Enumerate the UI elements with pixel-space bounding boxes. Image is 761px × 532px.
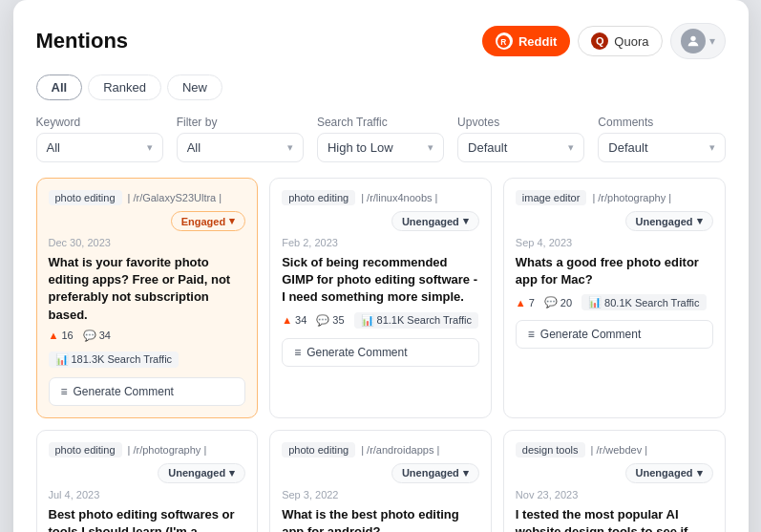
card-meta: photo editing | /r/GalaxyS23Ultra | Enga… [49,190,246,231]
subreddit-label: | /r/GalaxyS23Ultra | [128,192,222,203]
quora-button[interactable]: Q Quora [578,26,662,56]
card-date: Jul 4, 2023 [49,489,246,500]
tag-label: design tools [516,442,585,458]
card-date: Nov 23, 2023 [516,489,713,500]
subreddit-label: | /r/linux4noobs | [361,192,437,203]
svg-point-2 [690,36,695,41]
lines-icon: ≡ [61,385,68,398]
engagement-badge[interactable]: Unengaged ▾ [625,463,713,483]
chevron-down-icon: ▾ [463,467,469,479]
chevron-down-icon: ▾ [229,467,235,479]
chevron-down-icon: ▾ [709,141,715,154]
upvote-stat: ▲ 16 [49,330,74,341]
filter-keyword: Keyword All ▾ [36,116,163,162]
filter-comments: Comments Default ▾ [598,116,725,162]
card-meta: photo editing | /r/photography | Unengag… [49,442,246,483]
tab-all[interactable]: All [36,74,83,100]
card-title: Whats a good free photo editor app for M… [516,254,713,288]
upvotes-select[interactable]: Default ▾ [457,133,584,162]
tag-label: photo editing [49,190,122,205]
comment-stat: 💬 20 [544,296,572,309]
comment-stat: 💬 35 [316,314,344,327]
subreddit-label: | /r/webdev | [591,444,648,456]
card-meta: photo editing | /r/linux4noobs | Unengag… [282,190,479,231]
mention-card: photo editing | /r/androidapps | Unengag… [269,430,492,532]
chevron-down-icon: ▾ [287,141,293,154]
svg-text:R: R [501,36,507,46]
filters-row: Keyword All ▾ Filter by All ▾ Search Tra… [36,116,726,162]
card-title: I tested the most popular AI website des… [516,506,713,532]
card-date: Sep 3, 2022 [282,489,479,500]
tab-ranked[interactable]: Ranked [88,74,161,100]
reddit-button[interactable]: R Reddit [482,26,570,56]
lines-icon: ≡ [528,328,535,341]
generate-comment-button[interactable]: ≡ Generate Comment [282,338,479,367]
engagement-badge[interactable]: Unengaged ▾ [391,463,479,483]
generate-comment-button[interactable]: ≡ Generate Comment [49,377,246,406]
filter-filterby: Filter by All ▾ [177,116,304,162]
comment-stat: 💬 34 [83,330,111,342]
chevron-down-icon: ▾ [147,141,153,154]
card-title: What is your favorite photo editing apps… [49,254,246,324]
card-meta: image editor | /r/photography | Unengage… [516,190,713,231]
engagement-badge[interactable]: Unengaged ▾ [391,211,479,231]
comments-select[interactable]: Default ▾ [598,133,725,162]
upvote-stat: ▲ 7 [516,297,535,309]
main-window: Mentions R Reddit Q Quora ▾ All Ranked N [13,0,749,532]
tag-label: photo editing [282,190,355,205]
card-stats: ▲ 7 💬 20 📊 80.1K Search Traffic [516,294,713,310]
tag-label: image editor [516,190,587,205]
header: Mentions R Reddit Q Quora ▾ [36,23,726,59]
engagement-badge[interactable]: Unengaged ▾ [625,211,713,231]
chevron-down-icon: ▾ [568,141,574,154]
reddit-icon: R [496,32,513,50]
chevron-down-icon: ▾ [697,215,703,227]
chevron-down-icon: ▾ [428,141,433,154]
search-traffic-select[interactable]: High to Low ▾ [317,133,444,162]
subreddit-label: | /r/photography | [592,192,671,203]
subreddit-label: | /r/androidapps | [361,444,439,456]
mention-card: image editor | /r/photography | Unengage… [503,178,726,418]
card-title: What is the best photo editing app for a… [282,506,479,532]
card-date: Feb 2, 2023 [282,237,479,248]
header-actions: R Reddit Q Quora ▾ [482,23,726,59]
card-title: Sick of being recommended GIMP for photo… [282,254,479,307]
tabs-bar: All Ranked New [36,74,726,100]
lines-icon: ≡ [294,346,301,359]
mention-card: design tools | /r/webdev | Unengaged ▾ N… [503,430,726,532]
card-stats: ▲ 16 💬 34 📊 181.3K Search Traffic [49,330,246,368]
mention-card: photo editing | /r/GalaxyS23Ultra | Enga… [36,178,259,418]
cards-grid: photo editing | /r/GalaxyS23Ultra | Enga… [36,178,726,532]
engagement-badge[interactable]: Unengaged ▾ [158,463,245,483]
card-meta: design tools | /r/webdev | Unengaged ▾ [516,442,713,483]
upvote-stat: ▲ 34 [282,314,307,326]
card-date: Dec 30, 2023 [49,237,246,248]
chevron-down-icon: ▾ [463,215,469,227]
card-date: Sep 4, 2023 [516,237,713,248]
traffic-badge: 📊 80.1K Search Traffic [581,294,706,310]
filter-search-traffic: Search Traffic High to Low ▾ [317,116,444,162]
card-title: Best photo editing softwares or tools I … [49,506,246,532]
mention-card: photo editing | /r/photography | Unengag… [36,430,259,532]
traffic-badge: 📊 181.3K Search Traffic [49,351,180,368]
card-stats: ▲ 34 💬 35 📊 81.1K Search Traffic [282,312,479,329]
mention-card: photo editing | /r/linux4noobs | Unengag… [269,178,492,418]
traffic-badge: 📊 81.1K Search Traffic [354,312,478,329]
chevron-down-icon: ▾ [697,467,703,479]
user-menu-button[interactable]: ▾ [670,23,726,59]
card-meta: photo editing | /r/androidapps | Unengag… [282,442,479,483]
subreddit-label: | /r/photography | [128,444,207,456]
filter-upvotes: Upvotes Default ▾ [457,116,584,162]
chevron-down-icon: ▾ [709,34,715,48]
tag-label: photo editing [49,442,122,458]
avatar [681,29,706,53]
chevron-down-icon: ▾ [229,215,235,227]
quora-icon: Q [591,32,608,50]
generate-comment-button[interactable]: ≡ Generate Comment [516,320,713,349]
engagement-badge[interactable]: Engaged ▾ [171,211,245,231]
filterby-select[interactable]: All ▾ [177,133,304,162]
tab-new[interactable]: New [167,74,222,100]
keyword-select[interactable]: All ▾ [36,133,163,162]
tag-label: photo editing [282,442,355,458]
page-title: Mentions [36,29,129,53]
